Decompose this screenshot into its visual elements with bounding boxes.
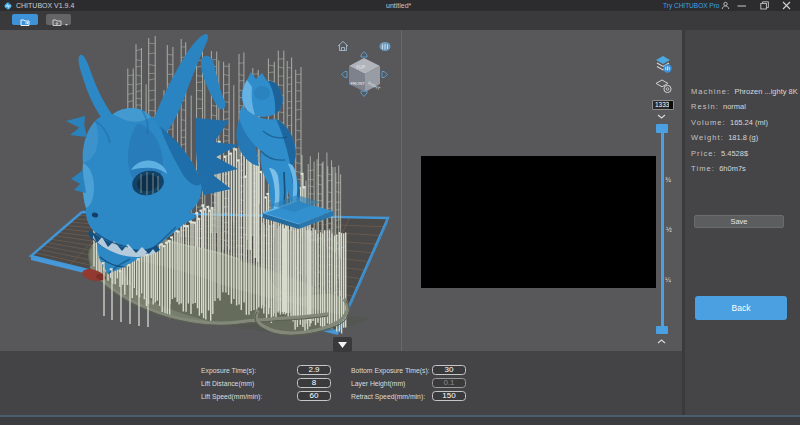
- svg-text:FRONT: FRONT: [351, 81, 366, 86]
- svg-text:TOP: TOP: [356, 64, 365, 70]
